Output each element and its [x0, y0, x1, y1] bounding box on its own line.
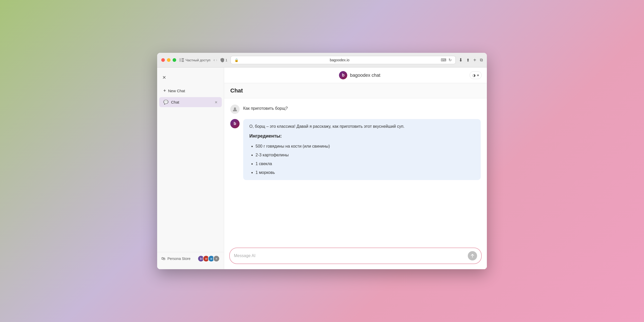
refresh-icon[interactable]: ↻: [448, 58, 452, 62]
url-text: bagoodex.io: [241, 58, 439, 62]
svg-rect-3: [182, 61, 184, 62]
theme-icon: ◑: [472, 73, 476, 77]
address-bar[interactable]: 🔒 bagoodex.io ⌨ ↻: [231, 56, 456, 64]
maximize-traffic-light[interactable]: [173, 58, 176, 62]
browser-actions: ⬇ ⬆ + ⧉: [459, 57, 483, 63]
ai-message-bubble: О, борщ – это классика! Давай я расскажу…: [243, 119, 481, 180]
user-avatar: [230, 105, 240, 114]
logo-letter: b: [342, 73, 345, 78]
app-header: b bagoodex chat ◑ ▾: [224, 67, 487, 83]
chat-bubble-icon: 💬: [163, 100, 168, 105]
user-message-text: Как приготовить борщ?: [243, 105, 288, 111]
message-input[interactable]: [234, 253, 465, 258]
shield-count: 1: [225, 58, 227, 62]
lock-icon: 🔒: [234, 58, 239, 62]
ingredients-list: 500 г говядины на кости (или свинины) 2-…: [249, 144, 474, 175]
forward-arrow[interactable]: ›: [216, 58, 217, 62]
svg-rect-2: [182, 60, 184, 61]
app-title: bagoodex chat: [350, 73, 380, 78]
plus-icon: +: [163, 88, 166, 94]
download-icon[interactable]: ⬇: [459, 57, 463, 63]
ai-message: b О, борщ – это классика! Давай я расска…: [230, 119, 481, 180]
chat-list-item[interactable]: 💬 Chat ✕: [159, 97, 222, 107]
shield-badge: 1: [220, 58, 227, 62]
messages-area: Как приготовить борщ? b О, борщ – это кл…: [224, 98, 487, 243]
persona-store-icon: 🛍: [161, 256, 165, 261]
shield-icon: [220, 58, 224, 62]
sidebar-close-button[interactable]: ✕: [161, 74, 167, 81]
message-input-container: [229, 248, 482, 264]
ingredient-item: 2-3 картофелины: [256, 153, 474, 157]
chat-item-close-button[interactable]: ✕: [215, 100, 218, 104]
minimize-traffic-light[interactable]: [167, 58, 171, 62]
ai-avatar: b: [230, 119, 240, 128]
input-area: [224, 243, 487, 269]
chat-area: Chat Как приготовить борщ?: [224, 83, 487, 243]
add-persona-button[interactable]: +: [213, 255, 220, 262]
theme-dropdown-icon: ▾: [477, 73, 479, 77]
sidebar: ✕ + New Chat 💬 Chat ✕ 🛍 Persona Store b …: [157, 67, 224, 269]
traffic-lights: [161, 58, 176, 62]
logo-icon: b: [339, 71, 347, 79]
svg-rect-0: [179, 58, 181, 62]
back-arrow[interactable]: ‹: [214, 58, 215, 62]
chat-heading-bar: Chat: [224, 83, 487, 98]
persona-avatars: b o o +: [198, 255, 220, 262]
user-message: Как приготовить борщ?: [230, 105, 481, 114]
new-tab-icon[interactable]: +: [473, 57, 476, 63]
tabs-icon[interactable]: ⧉: [480, 58, 483, 62]
sidebar-footer: 🛍 Persona Store b o o +: [157, 252, 224, 265]
ingredient-item: 500 г говядины на кости (или свинины): [256, 144, 474, 149]
app-container: ✕ + New Chat 💬 Chat ✕ 🛍 Persona Store b …: [157, 67, 487, 269]
sidebar-header: ✕: [157, 72, 224, 86]
persona-store-button[interactable]: 🛍 Persona Store: [161, 256, 191, 261]
sidebar-toggle[interactable]: Частный доступ: [179, 58, 210, 62]
sidebar-icon: [179, 58, 184, 62]
translate-icon[interactable]: ⌨: [441, 58, 446, 62]
private-label: Частный доступ: [185, 58, 210, 62]
chat-item-label: Chat: [171, 100, 212, 104]
user-icon: [232, 107, 238, 112]
close-traffic-light[interactable]: [161, 58, 165, 62]
send-icon: [470, 254, 474, 258]
svg-point-4: [234, 107, 236, 109]
send-button[interactable]: [468, 251, 477, 260]
share-icon[interactable]: ⬆: [466, 58, 470, 63]
svg-rect-1: [182, 58, 184, 59]
ingredient-item: 1 морковь: [256, 170, 474, 175]
ingredients-header: Ингредиенты:: [249, 133, 474, 139]
nav-arrows: ‹ ›: [214, 58, 217, 62]
theme-toggle-button[interactable]: ◑ ▾: [470, 71, 482, 79]
ai-intro-text: О, борщ – это классика! Давай я расскажу…: [249, 124, 474, 129]
chat-heading: Chat: [230, 87, 481, 94]
persona-store-label: Persona Store: [167, 257, 191, 261]
app-logo: b bagoodex chat: [339, 71, 380, 79]
new-chat-button[interactable]: + New Chat: [159, 86, 222, 96]
browser-window: Частный доступ ‹ › 1 🔒 bagoodex.io ⌨ ↻ ⬇…: [157, 53, 487, 269]
main-content: b bagoodex chat ◑ ▾ Chat: [224, 67, 487, 269]
browser-chrome: Частный доступ ‹ › 1 🔒 bagoodex.io ⌨ ↻ ⬇…: [157, 53, 487, 67]
ingredient-item: 1 свекла: [256, 162, 474, 166]
new-chat-label: New Chat: [168, 89, 185, 93]
